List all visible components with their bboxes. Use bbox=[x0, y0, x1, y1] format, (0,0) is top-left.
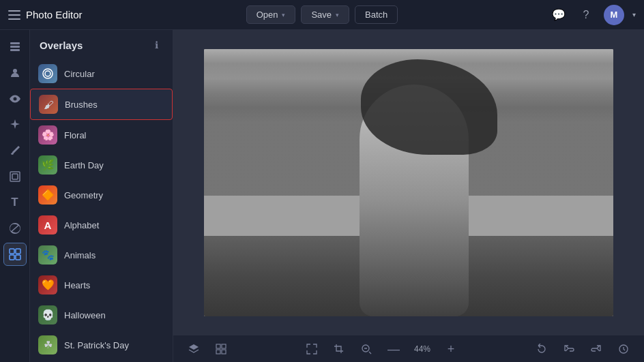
st-patricks-icon: ☘ bbox=[38, 335, 57, 355]
svg-rect-16 bbox=[222, 350, 226, 354]
bottom-center-tools: — 44% + bbox=[231, 340, 532, 359]
bottom-left-tools bbox=[184, 340, 231, 359]
overlay-item-halloween[interactable]: 💀 Halloween bbox=[30, 300, 173, 330]
sidebar-item-frame[interactable] bbox=[3, 165, 27, 188]
expand-icon[interactable] bbox=[302, 340, 321, 359]
zoom-level: 44% bbox=[411, 344, 433, 354]
sidebar-item-sticker[interactable] bbox=[3, 217, 27, 240]
canvas-image bbox=[204, 49, 613, 316]
overlay-halloween-label: Halloween bbox=[64, 310, 106, 320]
info-icon[interactable]: ℹ bbox=[149, 38, 163, 52]
canvas-viewport[interactable] bbox=[173, 30, 644, 335]
icon-sidebar: T bbox=[0, 30, 30, 362]
svg-point-3 bbox=[13, 69, 17, 73]
svg-rect-14 bbox=[222, 344, 226, 348]
open-chevron-icon: ▾ bbox=[282, 12, 285, 18]
layers-bottom-icon[interactable] bbox=[184, 340, 203, 359]
overlay-item-circular[interactable]: Circular bbox=[30, 59, 173, 89]
menu-icon[interactable] bbox=[8, 10, 20, 20]
overlays-panel: Overlays ℹ Circular 🖌 Brushes 🌸 Fl bbox=[30, 30, 173, 362]
app-title: Photo Editor bbox=[26, 9, 83, 20]
zoom-out-icon[interactable] bbox=[357, 340, 376, 359]
svg-rect-8 bbox=[16, 249, 20, 254]
overlay-item-brushes[interactable]: 🖌 Brushes bbox=[30, 89, 173, 120]
crop-icon[interactable] bbox=[330, 340, 349, 359]
svg-point-4 bbox=[13, 97, 16, 101]
canvas-area: — 44% + bbox=[173, 30, 644, 362]
redo-icon[interactable] bbox=[587, 340, 606, 359]
svg-rect-15 bbox=[216, 350, 220, 354]
sidebar-item-eye[interactable] bbox=[3, 87, 27, 110]
panel-list: Circular 🖌 Brushes 🌸 Floral 🌿 Earth Day bbox=[30, 59, 173, 362]
sidebar-item-brush[interactable] bbox=[3, 139, 27, 162]
undo-icon[interactable] bbox=[559, 340, 579, 359]
panel-title: Overlays bbox=[40, 40, 83, 51]
chat-icon[interactable]: 💬 bbox=[549, 5, 568, 25]
overlay-item-st-patricks[interactable]: ☘ St. Patrick's Day bbox=[30, 330, 173, 360]
svg-rect-6 bbox=[12, 174, 18, 179]
sidebar-item-layers[interactable] bbox=[3, 35, 27, 59]
svg-rect-0 bbox=[10, 42, 20, 44]
overlay-alphabet-label: Alphabet bbox=[64, 220, 99, 230]
overlay-item-hearts[interactable]: 🧡 Hearts bbox=[30, 270, 173, 300]
panel-header: Overlays ℹ bbox=[30, 30, 173, 59]
svg-rect-10 bbox=[16, 255, 20, 260]
bottom-bar: — 44% + bbox=[173, 335, 644, 362]
save-button[interactable]: Save ▾ bbox=[301, 5, 349, 24]
overlay-item-geometry[interactable]: 🔶 Geometry bbox=[30, 180, 173, 210]
overlay-item-earth-day[interactable]: 🌿 Earth Day bbox=[30, 150, 173, 180]
overlay-item-alphabet[interactable]: A Alphabet bbox=[30, 210, 173, 240]
overlay-floral-label: Floral bbox=[64, 130, 87, 140]
floral-icon: 🌸 bbox=[38, 125, 57, 145]
geometry-icon: 🔶 bbox=[38, 185, 57, 205]
svg-point-12 bbox=[45, 71, 50, 76]
svg-rect-1 bbox=[10, 46, 20, 48]
help-icon[interactable]: ? bbox=[576, 5, 596, 25]
zoom-minus-icon[interactable]: — bbox=[384, 340, 403, 359]
overlay-geometry-label: Geometry bbox=[64, 190, 103, 200]
topbar-center: Open ▾ Save ▾ Batch bbox=[124, 5, 520, 24]
overlay-item-floral[interactable]: 🌸 Floral bbox=[30, 120, 173, 150]
history-icon[interactable] bbox=[614, 340, 633, 359]
topbar-left: Photo Editor bbox=[8, 9, 117, 20]
main-body: T Overlays ℹ Circular 🖌 Brushes bbox=[0, 30, 644, 362]
overlay-item-animals[interactable]: 🐾 Animals bbox=[30, 240, 173, 270]
batch-button[interactable]: Batch bbox=[355, 5, 398, 24]
svg-rect-5 bbox=[10, 172, 20, 181]
hearts-icon: 🧡 bbox=[38, 275, 57, 295]
svg-rect-13 bbox=[216, 344, 220, 348]
open-button[interactable]: Open ▾ bbox=[246, 5, 296, 24]
sidebar-item-text[interactable]: T bbox=[3, 191, 27, 214]
alphabet-icon: A bbox=[38, 215, 57, 235]
zoom-plus-icon[interactable]: + bbox=[441, 340, 460, 359]
animals-icon: 🐾 bbox=[38, 245, 57, 265]
svg-rect-7 bbox=[10, 249, 14, 254]
overlay-st-patricks-label: St. Patrick's Day bbox=[64, 340, 129, 350]
halloween-icon: 💀 bbox=[38, 305, 57, 325]
overlay-animals-label: Animals bbox=[64, 250, 96, 260]
grid-bottom-icon[interactable] bbox=[211, 340, 231, 359]
earth-day-icon: 🌿 bbox=[38, 155, 57, 175]
sidebar-item-people[interactable] bbox=[3, 61, 27, 85]
topbar: Photo Editor Open ▾ Save ▾ Batch 💬 ? M ▾ bbox=[0, 0, 644, 30]
save-chevron-icon: ▾ bbox=[336, 12, 339, 18]
sidebar-item-overlays[interactable] bbox=[3, 243, 27, 266]
overlay-hearts-label: Hearts bbox=[64, 280, 90, 290]
topbar-right: 💬 ? M ▾ bbox=[527, 5, 636, 25]
undo-alt-icon[interactable] bbox=[532, 340, 551, 359]
overlay-brushes-label: Brushes bbox=[65, 100, 98, 110]
avatar-chevron-icon: ▾ bbox=[632, 11, 636, 18]
brushes-icon: 🖌 bbox=[39, 95, 58, 114]
overlay-earth-day-label: Earth Day bbox=[64, 160, 104, 170]
circular-icon bbox=[38, 64, 57, 83]
svg-rect-9 bbox=[10, 255, 14, 260]
overlay-circular-label: Circular bbox=[64, 69, 95, 79]
sidebar-item-sparkle[interactable] bbox=[3, 113, 27, 136]
svg-rect-2 bbox=[10, 49, 20, 51]
bottom-right-tools bbox=[532, 340, 633, 359]
svg-point-11 bbox=[43, 69, 53, 78]
avatar[interactable]: M bbox=[604, 5, 624, 25]
